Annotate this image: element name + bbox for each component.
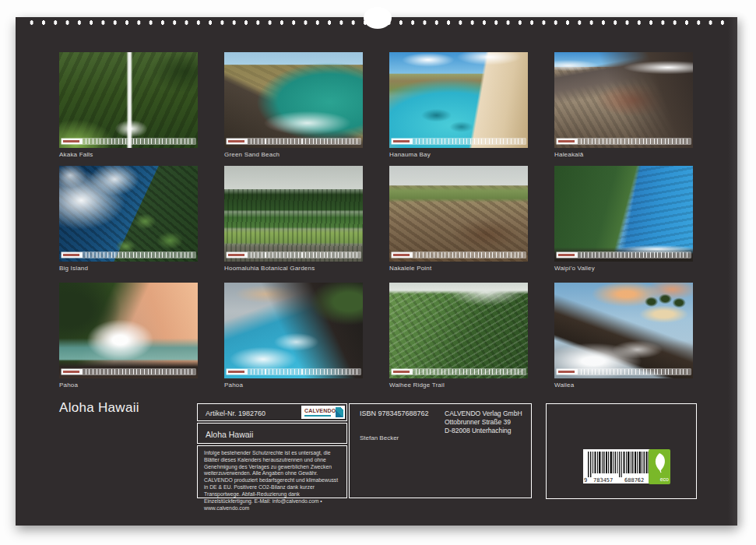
month-thumbnail: Pahoa [59, 283, 198, 389]
calendar-back-sheet: Akaka Falls Green Sand Beach Hanauma Bay [16, 17, 737, 526]
ean-barcode: 9 783457 688762 [583, 449, 659, 483]
month-photo-waipio-valley [554, 166, 693, 262]
mini-calendar-strip [392, 252, 526, 258]
mini-calendar-month-label [392, 369, 412, 374]
calvendo-calendar-icon [336, 407, 343, 417]
barcode-digits-left: 783457 [593, 477, 613, 483]
month-caption: Green Sand Beach [224, 151, 363, 158]
mini-calendar-month-label [227, 369, 247, 374]
mini-calendar-month-label [62, 139, 82, 144]
title-box: Aloha Hawaii [197, 423, 347, 444]
mini-calendar-days [577, 369, 691, 374]
month-photo-wailea [554, 283, 693, 378]
eco-logo: eco [649, 449, 670, 484]
month-thumbnail: Big Island [59, 166, 198, 272]
month-photo-big-island-aerial [59, 166, 198, 262]
mini-calendar-month-label [557, 139, 577, 144]
barcode-box: 9 783457 688762 eco [546, 403, 697, 499]
title-box-text: Aloha Hawaii [206, 430, 253, 439]
legal-text: Infolge bestehender Schutzrechte ist es … [204, 450, 342, 512]
publisher-street: Ottobrunner Straße 39 [445, 418, 522, 427]
mini-calendar-days [412, 369, 526, 374]
mini-calendar-month-label [227, 252, 247, 258]
month-caption: Akaka Falls [59, 151, 198, 158]
barcode-digit-lead: 9 [584, 477, 587, 483]
month-caption: Big Island [59, 265, 198, 272]
month-photo-hanauma-bay [389, 52, 528, 148]
mini-calendar-strip [62, 252, 195, 258]
month-photo-pahoa-sunset [59, 283, 198, 378]
month-thumbnail: Waihee Ridge Trail [389, 283, 528, 389]
month-thumbnail: Waipi'o Valley [554, 166, 693, 272]
mini-calendar-strip [392, 139, 526, 144]
month-photo-nakalele-point [389, 166, 528, 262]
mini-calendar-strip [392, 369, 526, 374]
artikel-box: Artikel-Nr. 1982760 CALVENDO [197, 403, 347, 421]
mini-calendar-month-label [392, 252, 412, 258]
month-caption: Waipi'o Valley [554, 265, 693, 272]
mini-calendar-strip [227, 139, 360, 144]
month-caption: Haleakalā [554, 151, 693, 158]
mini-calendar-month-label [392, 139, 412, 144]
calendar-title: Aloha Hawaii [59, 400, 139, 416]
month-caption: Wailea [554, 382, 693, 389]
barcode-digits-right: 688762 [624, 477, 644, 483]
mini-calendar-days [82, 252, 195, 258]
mini-calendar-days [247, 252, 360, 258]
calvendo-tagline [304, 415, 331, 417]
isbn-box: ISBN 9783457688762 CALVENDO Verlag GmbH … [349, 403, 532, 498]
mini-calendar-strip [557, 369, 691, 374]
month-photo-haleakala [554, 52, 693, 148]
mini-calendar-month-label [557, 252, 577, 258]
mini-calendar-days [412, 139, 526, 144]
eco-label: eco [660, 476, 669, 482]
mini-calendar-days [82, 369, 195, 374]
month-thumbnail: Hanauma Bay [389, 52, 528, 158]
calvendo-logo: CALVENDO [301, 406, 345, 419]
month-photo-pahoa-coast [224, 283, 363, 378]
mini-calendar-strip [557, 139, 691, 144]
publisher-address: CALVENDO Verlag GmbH Ottobrunner Straße … [445, 410, 522, 435]
hanging-notch [364, 7, 392, 29]
month-thumbnail: Hoomaluhia Botanical Gardens [224, 166, 363, 272]
mini-calendar-month-label [227, 139, 247, 144]
month-thumbnail: Haleakalā [554, 52, 693, 158]
month-caption: Pahoa [59, 382, 198, 389]
month-photo-botanical-gardens [224, 166, 363, 262]
month-caption: Nakalele Point [389, 265, 528, 272]
mini-calendar-month-label [62, 252, 82, 258]
publisher-city: D-82008 Unterhaching [445, 427, 522, 435]
calvendo-wordmark: CALVENDO [304, 408, 334, 413]
mini-calendar-strip [557, 252, 691, 258]
mini-calendar-strip [227, 252, 360, 258]
mini-calendar-days [577, 139, 691, 144]
calvendo-logo-text-block: CALVENDO [304, 408, 334, 417]
mini-calendar-days [577, 252, 691, 258]
month-caption: Waihee Ridge Trail [389, 382, 528, 389]
mini-calendar-month-label [557, 369, 577, 374]
mini-calendar-strip [62, 139, 195, 144]
artikel-nr: Artikel-Nr. 1982760 [206, 410, 265, 417]
mini-calendar-days [82, 139, 195, 144]
month-thumbnail: Wailea [554, 283, 693, 389]
month-photo-waterfall [59, 52, 198, 148]
mini-calendar-days [247, 139, 360, 144]
month-caption: Hanauma Bay [389, 151, 528, 158]
mini-calendar-days [412, 252, 526, 258]
mini-calendar-month-label [62, 369, 82, 374]
month-thumbnail: Green Sand Beach [224, 52, 363, 158]
month-caption: Pahoa [224, 382, 363, 389]
mini-calendar-strip [227, 369, 360, 374]
legal-box: Infolge bestehender Schutzrechte ist es … [197, 445, 347, 498]
month-thumbnail: Pahoa [224, 283, 363, 389]
month-photo-waihee-ridge [389, 283, 528, 378]
month-caption: Hoomaluhia Botanical Gardens [224, 265, 363, 272]
mini-calendar-strip [62, 369, 195, 374]
month-thumbnail: Nakalele Point [389, 166, 528, 272]
month-thumbnail: Akaka Falls [59, 52, 198, 158]
author-name: Stefan Becker [360, 434, 399, 441]
mini-calendar-days [247, 369, 360, 374]
isbn-number: ISBN 9783457688762 [360, 410, 429, 417]
product-photo-calendar-back: Akaka Falls Green Sand Beach Hanauma Bay [0, 0, 756, 545]
month-photo-green-sand-beach [224, 52, 363, 148]
